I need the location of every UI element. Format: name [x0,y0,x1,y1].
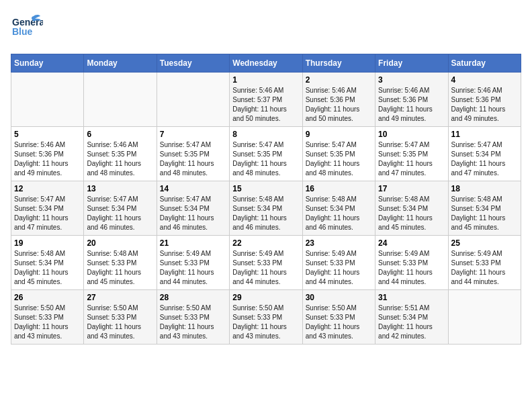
day-number: 29 [232,293,299,302]
day-number: 13 [87,184,153,193]
week-row-2: 5Sunrise: 5:46 AM Sunset: 5:36 PM Daylig… [11,127,521,181]
day-number: 14 [160,184,226,193]
calendar-cell: 3Sunrise: 5:46 AM Sunset: 5:36 PM Daylig… [375,73,448,127]
calendar-cell: 27Sunrise: 5:50 AM Sunset: 5:33 PM Dayli… [84,290,157,345]
day-info: Sunrise: 5:47 AM Sunset: 5:35 PM Dayligh… [160,140,226,178]
weekday-header-wednesday: Wednesday [230,54,302,73]
day-info: Sunrise: 5:47 AM Sunset: 5:34 PM Dayligh… [87,195,153,232]
page-header: General Blue [11,11,521,46]
day-info: Sunrise: 5:47 AM Sunset: 5:34 PM Dayligh… [160,195,226,232]
day-number: 24 [378,238,445,248]
calendar-cell: 28Sunrise: 5:50 AM Sunset: 5:33 PM Dayli… [157,290,229,345]
weekday-header-saturday: Saturday [448,54,521,73]
day-info: Sunrise: 5:46 AM Sunset: 5:36 PM Dayligh… [306,86,372,124]
day-number: 3 [378,75,445,85]
day-info: Sunrise: 5:48 AM Sunset: 5:34 PM Dayligh… [14,249,81,287]
svg-text:Blue: Blue [12,26,33,37]
calendar-cell: 5Sunrise: 5:46 AM Sunset: 5:36 PM Daylig… [11,127,84,181]
calendar-cell: 21Sunrise: 5:49 AM Sunset: 5:33 PM Dayli… [157,236,229,290]
day-info: Sunrise: 5:50 AM Sunset: 5:33 PM Dayligh… [232,304,299,341]
day-info: Sunrise: 5:47 AM Sunset: 5:34 PM Dayligh… [14,195,81,232]
day-number: 18 [451,184,518,193]
weekday-header-thursday: Thursday [302,54,375,73]
day-number: 23 [306,238,372,248]
day-number: 31 [378,293,445,302]
week-row-3: 12Sunrise: 5:47 AM Sunset: 5:34 PM Dayli… [11,181,521,236]
week-row-4: 19Sunrise: 5:48 AM Sunset: 5:34 PM Dayli… [11,236,521,290]
calendar-cell: 24Sunrise: 5:49 AM Sunset: 5:33 PM Dayli… [375,236,448,290]
calendar-cell: 6Sunrise: 5:46 AM Sunset: 5:35 PM Daylig… [84,127,157,181]
weekday-header-row: SundayMondayTuesdayWednesdayThursdayFrid… [11,54,521,73]
calendar-cell: 12Sunrise: 5:47 AM Sunset: 5:34 PM Dayli… [11,181,84,236]
calendar-cell: 9Sunrise: 5:47 AM Sunset: 5:35 PM Daylig… [302,127,375,181]
day-number: 19 [14,238,81,248]
day-info: Sunrise: 5:51 AM Sunset: 5:34 PM Dayligh… [378,304,445,341]
day-number: 27 [87,293,153,302]
calendar-cell: 13Sunrise: 5:47 AM Sunset: 5:34 PM Dayli… [84,181,157,236]
day-number: 12 [14,184,81,193]
calendar-cell [448,290,521,345]
day-number: 26 [14,293,81,302]
day-number: 4 [451,75,518,85]
logo-icon: General Blue [11,11,43,43]
calendar-cell: 30Sunrise: 5:50 AM Sunset: 5:33 PM Dayli… [302,290,375,345]
day-info: Sunrise: 5:48 AM Sunset: 5:34 PM Dayligh… [378,195,445,232]
day-info: Sunrise: 5:47 AM Sunset: 5:34 PM Dayligh… [451,140,518,178]
day-number: 11 [451,130,518,139]
day-number: 10 [378,130,445,139]
day-number: 7 [160,130,226,139]
day-info: Sunrise: 5:48 AM Sunset: 5:34 PM Dayligh… [306,195,372,232]
day-number: 1 [232,75,299,85]
day-info: Sunrise: 5:49 AM Sunset: 5:33 PM Dayligh… [378,249,445,287]
calendar-body: 1Sunrise: 5:46 AM Sunset: 5:37 PM Daylig… [11,73,521,345]
day-number: 5 [14,130,81,139]
calendar-cell: 1Sunrise: 5:46 AM Sunset: 5:37 PM Daylig… [230,73,302,127]
day-number: 25 [451,238,518,248]
day-info: Sunrise: 5:47 AM Sunset: 5:35 PM Dayligh… [378,140,445,178]
calendar-cell: 29Sunrise: 5:50 AM Sunset: 5:33 PM Dayli… [230,290,302,345]
calendar-cell [84,73,157,127]
day-info: Sunrise: 5:49 AM Sunset: 5:33 PM Dayligh… [451,249,518,287]
day-info: Sunrise: 5:48 AM Sunset: 5:34 PM Dayligh… [451,195,518,232]
calendar-header: SundayMondayTuesdayWednesdayThursdayFrid… [11,54,521,73]
day-number: 17 [378,184,445,193]
day-info: Sunrise: 5:48 AM Sunset: 5:33 PM Dayligh… [87,249,153,287]
calendar-cell: 18Sunrise: 5:48 AM Sunset: 5:34 PM Dayli… [448,181,521,236]
day-info: Sunrise: 5:46 AM Sunset: 5:36 PM Dayligh… [378,86,445,124]
day-info: Sunrise: 5:49 AM Sunset: 5:33 PM Dayligh… [306,249,372,287]
calendar-cell: 17Sunrise: 5:48 AM Sunset: 5:34 PM Dayli… [375,181,448,236]
calendar-cell: 31Sunrise: 5:51 AM Sunset: 5:34 PM Dayli… [375,290,448,345]
day-info: Sunrise: 5:46 AM Sunset: 5:37 PM Dayligh… [232,86,299,124]
day-info: Sunrise: 5:46 AM Sunset: 5:35 PM Dayligh… [87,140,153,178]
calendar-cell: 14Sunrise: 5:47 AM Sunset: 5:34 PM Dayli… [157,181,229,236]
day-info: Sunrise: 5:46 AM Sunset: 5:36 PM Dayligh… [14,140,81,178]
weekday-header-sunday: Sunday [11,54,84,73]
day-info: Sunrise: 5:47 AM Sunset: 5:35 PM Dayligh… [232,140,299,178]
calendar-cell: 4Sunrise: 5:46 AM Sunset: 5:36 PM Daylig… [448,73,521,127]
calendar-table: SundayMondayTuesdayWednesdayThursdayFrid… [11,54,521,345]
calendar-cell: 15Sunrise: 5:48 AM Sunset: 5:34 PM Dayli… [230,181,302,236]
calendar-cell: 23Sunrise: 5:49 AM Sunset: 5:33 PM Dayli… [302,236,375,290]
week-row-5: 26Sunrise: 5:50 AM Sunset: 5:33 PM Dayli… [11,290,521,345]
day-number: 21 [160,238,226,248]
calendar-cell [157,73,229,127]
day-info: Sunrise: 5:50 AM Sunset: 5:33 PM Dayligh… [87,304,153,341]
day-number: 20 [87,238,153,248]
day-info: Sunrise: 5:48 AM Sunset: 5:34 PM Dayligh… [232,195,299,232]
day-number: 15 [232,184,299,193]
logo: General Blue [11,11,43,46]
day-number: 2 [306,75,372,85]
calendar-cell: 19Sunrise: 5:48 AM Sunset: 5:34 PM Dayli… [11,236,84,290]
day-info: Sunrise: 5:46 AM Sunset: 5:36 PM Dayligh… [451,86,518,124]
calendar-cell: 26Sunrise: 5:50 AM Sunset: 5:33 PM Dayli… [11,290,84,345]
calendar-cell: 11Sunrise: 5:47 AM Sunset: 5:34 PM Dayli… [448,127,521,181]
week-row-1: 1Sunrise: 5:46 AM Sunset: 5:37 PM Daylig… [11,73,521,127]
calendar-cell: 7Sunrise: 5:47 AM Sunset: 5:35 PM Daylig… [157,127,229,181]
day-info: Sunrise: 5:47 AM Sunset: 5:35 PM Dayligh… [306,140,372,178]
calendar-cell: 10Sunrise: 5:47 AM Sunset: 5:35 PM Dayli… [375,127,448,181]
calendar-cell: 16Sunrise: 5:48 AM Sunset: 5:34 PM Dayli… [302,181,375,236]
weekday-header-tuesday: Tuesday [157,54,229,73]
day-number: 9 [306,130,372,139]
calendar-cell: 20Sunrise: 5:48 AM Sunset: 5:33 PM Dayli… [84,236,157,290]
calendar-cell [11,73,84,127]
